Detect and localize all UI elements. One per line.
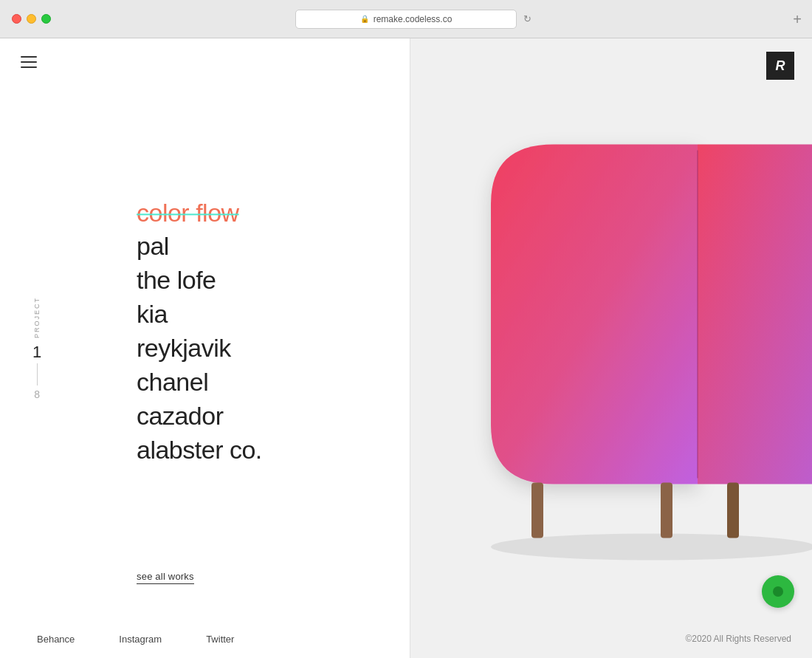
project-total: 8 <box>34 388 40 400</box>
reload-button[interactable]: ↻ <box>523 13 531 24</box>
browser-chrome: 🔒 remake.codeless.co ↻ + <box>0 0 812 38</box>
right-panel: R <box>410 38 812 658</box>
hamburger-menu[interactable] <box>21 56 37 68</box>
footer-left: Behance Instagram Twitter <box>0 620 410 658</box>
project-divider <box>37 363 38 385</box>
nav-item-color-flow[interactable]: color flow <box>137 196 262 230</box>
cabinet-svg <box>410 38 812 620</box>
address-bar[interactable]: 🔒 remake.codeless.co <box>295 10 517 29</box>
close-button[interactable] <box>12 14 21 24</box>
nav-item-chanel[interactable]: chanel <box>137 366 262 400</box>
traffic-lights <box>12 14 51 24</box>
footer-right: ©2020 All Rights Reserved <box>410 620 812 658</box>
nav-item-pal[interactable]: pal <box>137 230 262 264</box>
new-tab-button[interactable]: + <box>793 12 802 27</box>
nav-item-kia[interactable]: kia <box>137 298 262 332</box>
furniture-image <box>410 38 812 620</box>
project-current: 1 <box>32 344 41 360</box>
nav-item-reykjavik[interactable]: reykjavik <box>137 332 262 366</box>
green-btn-inner <box>773 586 783 597</box>
green-action-button[interactable] <box>762 575 794 608</box>
url-text: remake.codeless.co <box>374 14 453 24</box>
hamburger-line-2 <box>21 61 37 63</box>
cabinet-body-left <box>491 145 698 484</box>
nav-item-cazador[interactable]: cazador <box>137 400 262 433</box>
panel-divider <box>410 38 410 658</box>
nav-item-the-lofe[interactable]: the lofe <box>137 264 262 298</box>
navigation-list: color flow pal the lofe kia reykjavik ch… <box>137 196 262 467</box>
left-panel: Project 1 8 color flow pal the lofe kia … <box>0 38 410 658</box>
header-left <box>0 38 410 86</box>
project-counter: Project 1 8 <box>32 296 41 400</box>
hamburger-line-1 <box>21 56 37 58</box>
cabinet-leg-3 <box>727 483 739 538</box>
minimize-button[interactable] <box>27 14 36 24</box>
logo-letter: R <box>776 58 785 74</box>
maximize-button[interactable] <box>41 14 51 24</box>
behance-link[interactable]: Behance <box>37 634 75 645</box>
logo-badge[interactable]: R <box>766 52 794 80</box>
twitter-link[interactable]: Twitter <box>206 634 234 645</box>
project-number: 1 8 <box>32 344 41 400</box>
cabinet-body-right <box>698 145 812 484</box>
instagram-link[interactable]: Instagram <box>119 634 162 645</box>
hamburger-line-3 <box>21 66 37 68</box>
lock-icon: 🔒 <box>360 15 369 23</box>
see-all-works-link[interactable]: see all works <box>137 571 194 584</box>
cabinet-leg-2 <box>661 483 672 538</box>
nav-item-alabster[interactable]: alabster co. <box>137 433 262 467</box>
project-label: Project <box>33 296 41 337</box>
cabinet-leg-1 <box>531 483 543 538</box>
copyright-text: ©2020 All Rights Reserved <box>685 634 791 644</box>
webpage: Project 1 8 color flow pal the lofe kia … <box>0 38 812 658</box>
